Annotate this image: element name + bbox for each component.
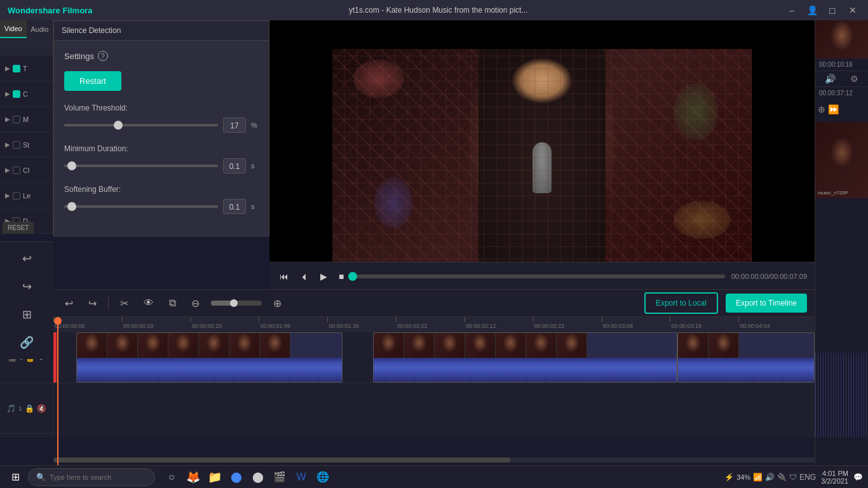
- track-item-t[interactable]: ▶T: [0, 56, 53, 81]
- ruler-mark-7: 00:00:02:22: [533, 317, 565, 329]
- track-item-st[interactable]: ▶St: [0, 132, 53, 158]
- volume-threshold-value[interactable]: 17: [223, 118, 246, 133]
- rp-fast-forward-button[interactable]: ⏩: [828, 104, 839, 114]
- volume-slider-track[interactable]: [64, 124, 218, 126]
- taskbar-icon-word[interactable]: W: [292, 468, 310, 486]
- undo-toolbar-button[interactable]: ↩: [61, 295, 77, 312]
- add-media-button[interactable]: ⊞: [15, 303, 38, 326]
- rp-volume-button[interactable]: 🔊: [825, 74, 836, 84]
- tray-icon-wifi: 📶: [753, 473, 763, 482]
- restart-button[interactable]: Restart: [64, 71, 121, 91]
- video-area: [269, 20, 815, 287]
- prev-frame-button[interactable]: ⏴: [297, 269, 311, 284]
- right-panel-controls: 🔊 ⚙: [815, 71, 868, 86]
- tab-row: Video Audio: [0, 20, 53, 38]
- softening-slider-row: 0.1 s: [64, 199, 259, 214]
- audio-mute-icon[interactable]: 🔇: [37, 404, 46, 413]
- track-item-cl[interactable]: ▶Cl: [0, 158, 53, 183]
- ruler-mark-9: 00:00:03:18: [670, 317, 702, 329]
- link-button[interactable]: 🔗: [15, 331, 38, 354]
- track-item-le[interactable]: ▶Le: [0, 183, 53, 208]
- audio-lock-icon[interactable]: 🔒: [25, 404, 34, 413]
- h-scroll-thumb[interactable]: [53, 458, 510, 463]
- minus-button[interactable]: ⊖: [187, 295, 203, 312]
- playback-bar: ⏮ ⏴ ▶ ■ 00:00:00:00/00:00:07:09: [269, 262, 815, 290]
- restore-button[interactable]: ◻: [825, 3, 840, 18]
- zoom-thumb[interactable]: [230, 299, 238, 307]
- help-icon[interactable]: ?: [98, 51, 108, 61]
- copy-button[interactable]: ⧉: [165, 295, 180, 311]
- tab-video[interactable]: Video: [0, 20, 27, 38]
- track-item-m[interactable]: ▶M: [0, 107, 53, 132]
- undo-button[interactable]: ↩: [15, 247, 38, 270]
- volume-threshold-label: Volume Threshold:: [64, 104, 259, 112]
- redo-button[interactable]: ↪: [15, 275, 38, 298]
- taskbar-icon-chrome[interactable]: ⬤: [227, 468, 245, 486]
- rp-add-button[interactable]: ⊕: [818, 104, 825, 114]
- rp-settings-button[interactable]: ⚙: [850, 74, 858, 84]
- h-scroll-track[interactable]: [53, 458, 815, 463]
- window-controls: – 👤 ◻ ✕: [784, 3, 860, 18]
- battery-percentage: 34%: [736, 473, 750, 481]
- right-panel-thumbnail-strip: music_v720P: [815, 122, 868, 198]
- min-dur-slider-row: 0.1 s: [64, 158, 259, 173]
- settings-label: Settings: [64, 51, 94, 61]
- eye-button[interactable]: 👁: [140, 295, 158, 311]
- toolbar-separator-1: [108, 297, 109, 309]
- taskbar-icon-chrome2[interactable]: ⬤: [249, 468, 267, 486]
- ruler-mark-5: 00:00:02:02: [396, 317, 428, 329]
- clip-audio-wave-2: [374, 358, 677, 383]
- minimize-button[interactable]: –: [784, 3, 799, 18]
- export-timeline-button[interactable]: Export to Timeline: [726, 294, 807, 313]
- ruler-mark-1: 00:00:00:10: [122, 317, 154, 329]
- right-panel: 00:00:10:16 🔊 ⚙ 00:00:37:12 ⊕ ⏩ music_v7…: [815, 20, 868, 488]
- volume-threshold-param: Volume Threshold: 17 %: [64, 104, 259, 133]
- taskbar-right: ⚡ 34% 📶 🔊 🔌 🛡 ENG 4:01 PM 3/2/2021 💬: [724, 470, 863, 485]
- tray-icon-network: 🔌: [777, 473, 787, 482]
- tab-audio[interactable]: Audio: [27, 20, 53, 38]
- playback-time: 00:00:00:00/00:00:07:09: [731, 273, 807, 280]
- search-input[interactable]: [50, 473, 139, 481]
- video-clip-3[interactable]: [677, 332, 815, 383]
- minimum-duration-value[interactable]: 0.1: [223, 158, 246, 173]
- zoom-slider[interactable]: [211, 301, 262, 306]
- taskbar-icon-edge[interactable]: 🌐: [314, 468, 332, 486]
- app-logo: Wondershare Filmora: [8, 6, 92, 15]
- playback-progress[interactable]: [353, 274, 724, 278]
- tray-icon-lang: ENG: [799, 473, 816, 482]
- softening-buffer-label: Softening Buffer:: [64, 185, 259, 194]
- stop-button[interactable]: ■: [336, 269, 346, 284]
- taskbar-icon-filmora[interactable]: 🎬: [271, 468, 288, 486]
- taskbar-clock[interactable]: 4:01 PM 3/2/2021: [821, 470, 848, 485]
- taskbar-icon-folder[interactable]: 📁: [206, 468, 224, 486]
- cut-button[interactable]: ✂: [116, 295, 132, 312]
- reset-button[interactable]: RESET: [3, 222, 34, 234]
- track-item-c[interactable]: ▶C: [0, 81, 53, 107]
- taskbar-search[interactable]: 🔍: [28, 468, 155, 486]
- taskbar-icon-firefox[interactable]: 🦊: [184, 468, 202, 486]
- min-dur-slider-track[interactable]: [64, 165, 218, 167]
- softening-buffer-unit: s: [251, 203, 259, 210]
- video-clip-2[interactable]: [373, 332, 677, 383]
- tray-icon-bolt: ⚡: [724, 473, 734, 482]
- video-frame: [332, 36, 752, 271]
- softening-slider-track[interactable]: [64, 205, 218, 208]
- audio-track-header: 🎵 1 🔒 🔇: [0, 383, 53, 434]
- redo-toolbar-button[interactable]: ↪: [85, 295, 100, 312]
- video-top-bar: [269, 20, 815, 49]
- taskbar-icon-cortana[interactable]: ○: [163, 468, 180, 486]
- user-button[interactable]: 👤: [804, 3, 820, 18]
- notification-button[interactable]: 💬: [853, 473, 863, 482]
- ruler-mark-4: 00:00:01:16: [327, 317, 359, 329]
- playhead[interactable]: [57, 317, 58, 465]
- play-button[interactable]: ▶: [318, 269, 330, 284]
- export-local-button[interactable]: Export to Local: [644, 292, 718, 314]
- plus-button[interactable]: ⊕: [269, 295, 285, 312]
- ruler-marks: 00:00:00:00 00:00:00:10 00:00:00:20 00:0…: [53, 317, 815, 332]
- video-track-content: [53, 332, 815, 383]
- start-button[interactable]: ⊞: [5, 468, 25, 486]
- softening-buffer-value[interactable]: 0.1: [223, 199, 246, 214]
- close-button[interactable]: ✕: [845, 3, 860, 18]
- video-clip-1[interactable]: [76, 332, 342, 383]
- step-back-button[interactable]: ⏮: [277, 269, 291, 284]
